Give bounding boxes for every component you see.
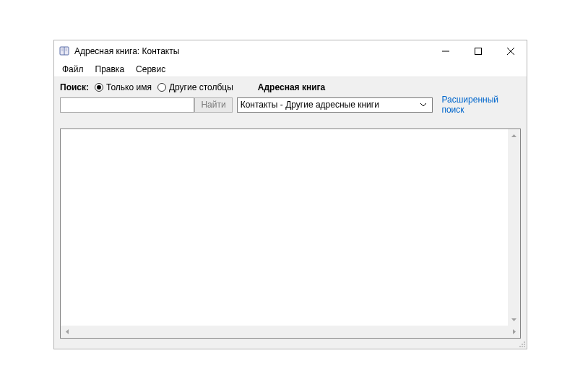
scroll-right-icon[interactable] — [508, 326, 520, 338]
scroll-left-icon[interactable] — [61, 326, 73, 338]
svg-rect-7 — [475, 48, 481, 55]
radio-name-only[interactable]: Только имя — [95, 82, 152, 92]
svg-point-15 — [524, 346, 525, 347]
find-button[interactable]: Найти — [194, 97, 232, 113]
search-controls-row: Найти Контакты - Другие адресные книги Р… — [60, 97, 521, 113]
maximize-button[interactable] — [462, 40, 494, 62]
combo-selected-text: Контакты - Другие адресные книги — [241, 100, 418, 110]
radio-other-columns[interactable]: Другие столбцы — [157, 82, 233, 92]
menubar: Файл Правка Сервис — [54, 62, 527, 77]
search-label: Поиск: — [60, 82, 89, 92]
resize-grip-icon[interactable] — [517, 339, 526, 348]
menu-file[interactable]: Файл — [57, 64, 89, 75]
radio-empty-icon — [157, 83, 166, 92]
scroll-down-icon[interactable] — [508, 313, 520, 326]
book-icon — [59, 45, 70, 57]
radio-other-columns-label: Другие столбцы — [169, 82, 233, 92]
window-title: Адресная книга: Контакты — [74, 46, 179, 56]
address-book-window: Адресная книга: Контакты Файл Правка Сер… — [53, 40, 527, 349]
menu-service[interactable]: Сервис — [131, 64, 170, 75]
advanced-search-link[interactable]: Расширенный поиск — [441, 95, 521, 115]
menu-edit[interactable]: Правка — [90, 64, 130, 75]
toolbar-area: Поиск: Только имя Другие столбцы Адресна… — [54, 77, 527, 349]
search-options-row: Поиск: Только имя Другие столбцы Адресна… — [60, 81, 521, 94]
radio-dot-icon — [95, 83, 103, 92]
vertical-scrollbar[interactable] — [508, 129, 520, 326]
radio-name-only-label: Только имя — [106, 82, 152, 92]
titlebar: Адресная книга: Контакты — [54, 40, 527, 62]
scroll-up-icon[interactable] — [508, 129, 520, 141]
svg-point-14 — [522, 346, 523, 347]
chevron-down-icon — [418, 103, 429, 107]
horizontal-scrollbar[interactable] — [61, 326, 520, 338]
search-input[interactable] — [60, 97, 194, 113]
close-button[interactable] — [494, 40, 527, 62]
results-list — [60, 129, 521, 339]
svg-point-10 — [524, 341, 525, 343]
hscroll-track[interactable] — [73, 326, 508, 338]
minimize-button[interactable] — [429, 40, 462, 62]
svg-point-12 — [524, 344, 525, 345]
svg-point-11 — [522, 344, 523, 345]
svg-point-13 — [519, 346, 521, 347]
address-book-combo[interactable]: Контакты - Другие адресные книги — [237, 97, 433, 113]
address-book-label: Адресная книга — [258, 82, 325, 92]
vscroll-track[interactable] — [508, 141, 520, 313]
